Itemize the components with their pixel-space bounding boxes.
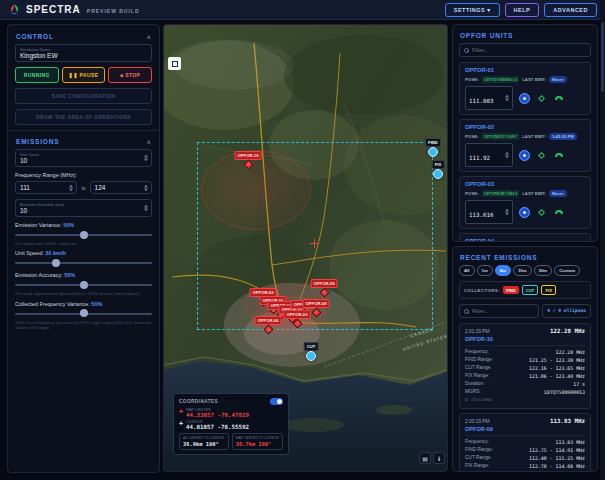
row-label: CUT Range:	[465, 455, 492, 461]
unit-frequency-field[interactable]: 111.003	[465, 86, 513, 110]
slider-thumb[interactable]	[52, 259, 60, 267]
time-filter-30m[interactable]: 30m	[534, 265, 553, 276]
stepper-icons[interactable]	[144, 184, 148, 191]
search-icon	[464, 48, 469, 53]
map-draw-tool-button[interactable]	[168, 57, 181, 70]
unit-speed-value: 30 km/h	[45, 250, 65, 256]
opfor-unit-card[interactable]: OPFOR-01 POSN: 18TVQ78488513 LAST EMIT: …	[459, 62, 591, 115]
settings-button[interactable]: SETTINGS ▾	[445, 3, 500, 17]
row-label: FIND Range:	[465, 447, 493, 453]
emission-dome-button[interactable]	[553, 93, 564, 104]
unit-count-field[interactable]: Unit Count 10	[15, 149, 152, 167]
stepper-icons[interactable]	[505, 152, 509, 159]
slider-thumb[interactable]	[80, 309, 88, 317]
emission-unit-name: OPFOR-10	[465, 336, 585, 346]
collector-badge-cut[interactable]: CUT	[522, 285, 539, 295]
coordinates-toggle[interactable]	[270, 398, 283, 405]
simulation-name-value: Kingston EW	[20, 52, 147, 59]
locate-unit-button[interactable]	[519, 93, 530, 104]
opfor-unit-card[interactable]: OPFOR-02 POSN: 18TVQ83274597 LAST EMIT: …	[459, 119, 591, 172]
emission-entry[interactable]: 2:00:33 PM 113.83 MHz OPFOR-09 Frequency…	[459, 413, 591, 472]
emission-variance-hint: 0%: always emit / 100%: rarely emit	[15, 241, 152, 246]
collector-badge-find[interactable]: FIND	[503, 286, 519, 294]
simulation-name-field[interactable]: Simulation Name Kingston EW	[15, 44, 152, 62]
page-scrollbar[interactable]	[600, 0, 605, 480]
stepper-icons[interactable]	[144, 205, 148, 212]
chevron-up-icon[interactable]: ∧	[147, 138, 151, 145]
copy-icon[interactable]: ⧉	[465, 397, 468, 402]
slider-thumb[interactable]	[80, 231, 88, 239]
locate-unit-button[interactable]	[519, 207, 530, 218]
collected-frequency-variance-hint: 100%: exact frequency (no variance) / 50…	[15, 320, 152, 331]
show-unit-marker-button[interactable]	[536, 93, 547, 104]
target-icon	[523, 211, 526, 214]
emissions-filter-input[interactable]	[472, 308, 534, 314]
time-filter-1m[interactable]: 1m	[477, 265, 493, 276]
advanced-button[interactable]: ADVANCED	[544, 3, 597, 17]
frequency-max-field[interactable]: 124	[90, 181, 152, 194]
cursor-value: 44.01057 -76.55592	[186, 424, 249, 430]
stepper-icons[interactable]	[505, 95, 509, 102]
stepper-icons[interactable]	[144, 155, 148, 162]
row-value: 112.40 - 115.25 MHz	[529, 455, 585, 461]
time-filter-15m[interactable]: 15m	[513, 265, 532, 276]
collector-badge-fix[interactable]: FIX	[541, 285, 556, 295]
row-label: Frequency:	[465, 439, 489, 445]
show-unit-marker-button[interactable]	[536, 150, 547, 161]
unit-count-value: 10	[20, 157, 147, 164]
scrollbar-thumb[interactable]	[601, 22, 604, 92]
collector-dot-icon	[433, 169, 443, 179]
emission-unit-name: OPFOR-09	[465, 426, 585, 436]
opfor-filter-input[interactable]	[472, 47, 586, 53]
collected-frequency-variance-slider[interactable]	[15, 309, 152, 319]
help-button[interactable]: HELP	[505, 3, 540, 17]
time-filter-custom[interactable]: Custom	[554, 265, 580, 276]
map-center-value: 44.33057 -76.47829	[186, 412, 249, 418]
opfor-unit-card[interactable]: OPFOR-03 POSN: 18TUP83073843 LAST EMIT: …	[459, 176, 591, 229]
collector-label: FIND	[425, 138, 441, 147]
slider-thumb[interactable]	[80, 281, 88, 289]
control-panel: CONTROL ∧ Simulation Name Kingston EW RU…	[7, 24, 160, 473]
top-bar: SPECTRA PREVIEW BUILD SETTINGS ▾ HELP AD…	[0, 0, 605, 20]
stop-button[interactable]: ■ STOP	[108, 67, 152, 83]
running-button[interactable]: RUNNING	[15, 67, 59, 83]
coordinates-panel: COORDINATES + MAP CENTER 44.33057 -76.47…	[173, 393, 289, 455]
emission-accuracy-slider[interactable]	[15, 280, 152, 290]
chevron-up-icon[interactable]: ∧	[147, 33, 151, 40]
frequency-min-field[interactable]: 111	[15, 181, 77, 194]
emission-schedule-field[interactable]: Emission Schedule (min) 10	[15, 199, 152, 217]
diamond-icon	[538, 151, 545, 158]
frequency-min-value: 111	[20, 184, 72, 191]
emissions-filter-box[interactable]	[459, 304, 539, 318]
time-filter-5m[interactable]: 5m	[495, 265, 511, 276]
info-icon: ℹ	[438, 455, 440, 462]
row-value: 122.16 - 123.65 MHz	[529, 365, 585, 371]
map-canvas[interactable]: OPFOR-10 OPFOR-09 OPFOR-02 OPFOR-01 OPFO…	[163, 24, 448, 472]
collected-frequency-variance-label: Collected Frequency Variance: 50%	[15, 301, 152, 307]
emission-dome-button[interactable]	[553, 150, 564, 161]
unit-speed-slider[interactable]	[15, 258, 152, 268]
opfor-unit-card[interactable]: OPFOR-04 POSN: 18TUP76224883 LAST EMIT: …	[459, 233, 591, 242]
draw-ao-button[interactable]: DRAW THE AREA OF OPERATIONS	[15, 109, 152, 125]
stepper-icons[interactable]	[69, 184, 73, 191]
map-info-button[interactable]: ℹ	[433, 452, 445, 464]
unit-frequency-field[interactable]: 113.616	[465, 200, 513, 224]
emission-entry[interactable]: 2:01:33 PM 122.28 MHz OPFOR-10 Frequency…	[459, 323, 591, 409]
unit-frequency-field[interactable]: 111.92	[465, 143, 513, 167]
time-filter-all[interactable]: All	[459, 265, 475, 276]
dome-icon	[555, 210, 563, 215]
unit-frequency-value: 113.616	[469, 212, 493, 218]
last-emit-label: LAST EMIT:	[522, 191, 546, 196]
show-unit-marker-button[interactable]	[536, 207, 547, 218]
map-layers-button[interactable]: ▤	[419, 452, 431, 464]
row-label: Frequency:	[465, 349, 489, 355]
search-icon	[464, 309, 469, 314]
stepper-icons[interactable]	[505, 209, 509, 216]
locate-unit-button[interactable]	[519, 150, 530, 161]
app-name: SPECTRA	[26, 4, 81, 15]
save-configuration-button[interactable]: SAVE CONFIGURATION	[15, 88, 152, 104]
emission-variance-slider[interactable]	[15, 230, 152, 240]
opfor-filter-box[interactable]	[459, 43, 591, 57]
emission-dome-button[interactable]	[553, 207, 564, 218]
pause-button[interactable]: ❚❚ PAUSE	[62, 67, 106, 83]
